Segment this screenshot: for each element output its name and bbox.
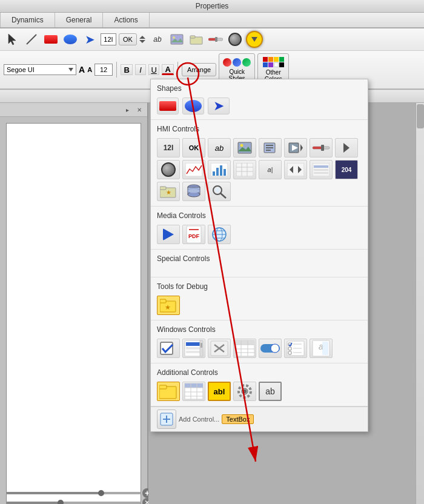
tools-section-header: Tools for Debug <box>151 277 368 293</box>
slider-area: + ✕ <box>6 492 141 504</box>
color-cell-green <box>279 57 284 62</box>
ac-ab[interactable]: ab <box>259 382 282 401</box>
quick-styles-icon <box>223 58 251 67</box>
wc-report[interactable]: a <box>310 339 333 358</box>
right-scrollbar[interactable] <box>416 103 424 504</box>
cursor-tool-button[interactable] <box>4 31 21 48</box>
font-a-small: A <box>87 66 92 73</box>
knob-tool-button[interactable] <box>227 31 243 48</box>
line-tool-button[interactable] <box>23 31 40 48</box>
slider-row-1: + <box>6 492 141 494</box>
folder-tool-button[interactable] <box>188 31 205 48</box>
font-size-input[interactable]: 12 <box>94 64 113 76</box>
wc-close-btn[interactable] <box>208 339 231 358</box>
hmi-ok-button[interactable]: OK <box>182 138 205 158</box>
hmi-numeric-display[interactable]: 12I <box>157 138 180 158</box>
hmi-text-format[interactable]: a| <box>259 160 282 179</box>
hmi-image[interactable] <box>233 138 256 158</box>
svg-rect-29 <box>216 168 219 176</box>
ac-textbox[interactable]: abl <box>208 382 231 401</box>
hmi-line-chart[interactable] <box>182 160 205 179</box>
slider-thumb-1[interactable] <box>98 490 104 496</box>
textbox-tag: TextBox <box>222 414 254 424</box>
hmi-nav-arrows[interactable] <box>284 160 307 179</box>
hmi-arrow[interactable] <box>335 138 358 158</box>
ok-button[interactable]: OK <box>119 33 137 45</box>
slider-track-1[interactable] <box>6 492 141 494</box>
windows-section-header: Windows Controls <box>151 320 368 336</box>
svg-point-3 <box>173 36 175 39</box>
additional-section-header: Additional Controls <box>151 363 368 379</box>
special-section-header: Special Controls <box>151 250 368 265</box>
add-control-label[interactable]: Add Control... <box>179 416 219 423</box>
pin-button[interactable]: ▸ <box>122 105 132 114</box>
wc-checkbox[interactable] <box>157 339 180 358</box>
num-display: 12I <box>101 33 116 45</box>
media-web[interactable] <box>208 225 231 244</box>
font-color-button[interactable]: A <box>162 64 174 75</box>
tab-dynamics[interactable]: Dynamics <box>0 13 55 27</box>
media-play-button[interactable] <box>157 225 180 244</box>
svg-rect-70 <box>200 340 203 356</box>
shape-rect-button[interactable] <box>157 98 179 114</box>
ellipse-shape-button[interactable] <box>62 31 79 48</box>
hmi-ab-label[interactable]: ab <box>208 138 231 158</box>
hmi-slider[interactable] <box>310 138 333 158</box>
shape-arrow-button[interactable]: ➤ <box>208 98 230 114</box>
slider-track-2[interactable] <box>6 502 141 504</box>
ac-gear[interactable] <box>233 382 256 401</box>
hmi-section-header: HMI Controls <box>151 120 368 136</box>
ab-tool-button[interactable]: ab <box>149 31 166 48</box>
tab-actions[interactable]: Actions <box>103 13 149 27</box>
svg-rect-6 <box>190 36 195 38</box>
image-tool-button[interactable] <box>168 31 185 48</box>
italic-button[interactable]: I <box>135 64 146 75</box>
bold-button[interactable]: B <box>121 64 133 75</box>
dropdown-trigger-button[interactable] <box>246 31 263 48</box>
svg-rect-87 <box>288 351 291 354</box>
slider-thumb-2[interactable] <box>58 500 64 504</box>
close-button[interactable]: ✕ <box>134 105 144 114</box>
ac-folder[interactable] <box>157 382 180 401</box>
wc-data-grid[interactable] <box>233 339 256 358</box>
scrollbar-thumb[interactable] <box>417 104 424 128</box>
svg-rect-17 <box>266 147 273 148</box>
hmi-204-display[interactable]: 204 <box>335 160 358 179</box>
hmi-list[interactable] <box>310 160 333 179</box>
hmi-grid[interactable] <box>233 160 256 179</box>
media-pdf[interactable]: PDF <box>182 225 205 244</box>
spin-up-icon[interactable] <box>139 36 145 39</box>
add-control-icon[interactable] <box>157 409 176 429</box>
progress-tool-button[interactable] <box>207 31 224 48</box>
underline-button[interactable]: U <box>148 64 159 75</box>
hmi-video[interactable] <box>284 138 307 158</box>
hmi-database[interactable] <box>182 182 205 201</box>
hmi-knob[interactable] <box>157 160 180 179</box>
svg-point-105 <box>243 390 247 393</box>
hmi-pages[interactable] <box>259 138 282 158</box>
font-selector[interactable]: Segoe UI <box>4 64 76 75</box>
tools-folder-star[interactable]: ★ <box>157 296 180 315</box>
wc-toggle[interactable] <box>259 339 282 358</box>
wc-check-list[interactable] <box>284 339 307 358</box>
shape-ellipse-button[interactable] <box>182 98 204 114</box>
spin-down-icon[interactable] <box>139 40 145 43</box>
tab-general[interactable]: General <box>55 13 104 27</box>
svg-rect-68 <box>186 347 202 350</box>
hmi-magnify[interactable] <box>208 182 231 201</box>
hmi-bar-chart[interactable] <box>208 160 231 179</box>
arrow-shape-button[interactable]: ➤ <box>81 31 98 48</box>
svg-marker-11 <box>68 68 73 71</box>
spin-control[interactable] <box>139 36 147 43</box>
hmi-folder-star[interactable]: ★ <box>157 182 180 201</box>
qs-circle-blue <box>233 58 241 67</box>
ac-grid[interactable] <box>182 382 205 401</box>
svg-rect-31 <box>224 169 226 176</box>
rect-shape-button[interactable] <box>42 31 59 48</box>
add-control-bar: Add Control... TextBox <box>151 406 368 431</box>
arrange-button[interactable]: Arrange <box>182 63 216 76</box>
svg-point-53 <box>215 188 220 193</box>
svg-rect-86 <box>288 347 291 350</box>
wc-list[interactable] <box>182 339 205 358</box>
svg-rect-97 <box>185 383 203 388</box>
